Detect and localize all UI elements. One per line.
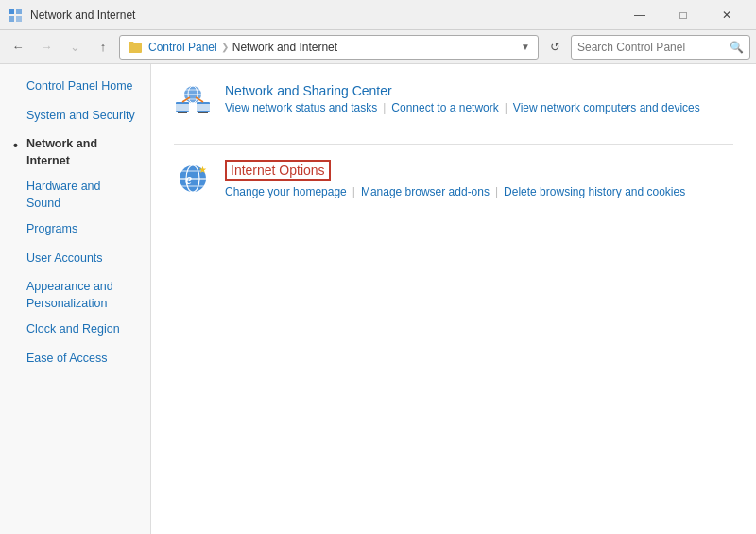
svg-text:e: e [185, 171, 192, 187]
nav-bar: ← → ⌄ ↑ Control Panel ❯ Network and Inte… [0, 30, 756, 64]
sidebar-item-programs[interactable]: Programs [0, 216, 150, 246]
sidebar-item-control-panel-home[interactable]: Control Panel Home [0, 74, 150, 103]
window-title: Network and Internet [30, 9, 135, 22]
svg-rect-9 [197, 104, 210, 111]
sidebar-item-hardware-sound[interactable]: Hardware and Sound [0, 174, 150, 216]
svg-rect-6 [176, 104, 189, 111]
sidebar-item-user-accounts[interactable]: User Accounts [0, 246, 150, 275]
title-bar-left: Network and Internet [8, 8, 135, 23]
search-icon: 🔍 [730, 41, 744, 54]
internet-options-section: e ★ Internet Options Change your homepag… [174, 160, 733, 198]
title-bar-controls: — □ ✕ [618, 0, 748, 30]
view-network-computers-link[interactable]: View network computers and devices [513, 101, 700, 114]
svg-rect-5 [178, 112, 187, 113]
internet-options-title[interactable]: Internet Options [225, 160, 331, 181]
breadcrumb-current: Network and Internet [232, 41, 337, 54]
ie-svg-icon: e ★ [176, 162, 210, 196]
close-button[interactable]: ✕ [705, 0, 748, 30]
delete-history-link[interactable]: Delete browsing history and cookies [504, 185, 685, 198]
section-divider [174, 144, 733, 145]
window-icon [8, 8, 23, 23]
internet-options-links: Change your homepage | Manage browser ad… [225, 185, 733, 198]
search-input[interactable] [577, 41, 726, 54]
breadcrumb-control-panel[interactable]: Control Panel [148, 41, 217, 54]
manage-addons-link[interactable]: Manage browser add-ons [361, 185, 490, 198]
breadcrumb-separator: ❯ [221, 42, 229, 52]
address-dropdown-arrow[interactable]: ▼ [521, 42, 530, 52]
internet-options-content: Internet Options Change your homepage | … [225, 160, 733, 198]
svg-rect-0 [9, 9, 14, 14]
minimize-button[interactable]: — [618, 0, 662, 30]
sidebar: Control Panel Home System and Security •… [0, 64, 151, 534]
sidebar-item-system-security[interactable]: System and Security [0, 103, 150, 132]
sidebar-item-ease-of-access[interactable]: Ease of Access [0, 346, 150, 375]
refresh-button[interactable]: ↺ [542, 35, 567, 60]
main-layout: Control Panel Home System and Security •… [0, 64, 756, 534]
folder-icon [128, 40, 143, 55]
sidebar-item-network-internet[interactable]: • Network and Internet [0, 131, 150, 174]
back-button[interactable]: ← [6, 35, 30, 60]
maximize-button[interactable]: □ [662, 0, 705, 30]
forward-button[interactable]: → [34, 35, 59, 60]
svg-rect-8 [198, 112, 208, 113]
address-bar: Control Panel ❯ Network and Internet ▼ [119, 35, 539, 60]
svg-rect-1 [16, 9, 22, 14]
recent-button[interactable]: ⌄ [62, 35, 87, 60]
search-box: 🔍 [571, 35, 750, 60]
svg-rect-3 [16, 16, 22, 22]
network-sharing-center-content: Network and Sharing Center View network … [225, 83, 733, 114]
nsc-svg-icon [174, 83, 212, 121]
content-area: Network and Sharing Center View network … [151, 64, 756, 534]
network-sharing-center-links: View network status and tasks | Connect … [225, 101, 733, 114]
internet-options-icon: e ★ [174, 160, 212, 198]
up-button[interactable]: ↑ [91, 35, 115, 60]
view-network-status-link[interactable]: View network status and tasks [225, 101, 377, 114]
network-sharing-center-icon [174, 83, 212, 121]
title-bar: Network and Internet — □ ✕ [0, 0, 756, 30]
sidebar-item-appearance[interactable]: Appearance and Personalization [0, 274, 150, 317]
network-sharing-center-title[interactable]: Network and Sharing Center [225, 83, 733, 98]
svg-text:★: ★ [198, 164, 207, 175]
breadcrumb: Control Panel ❯ Network and Internet [148, 41, 515, 54]
connect-to-network-link[interactable]: Connect to a network [391, 101, 498, 114]
network-sharing-center-section: Network and Sharing Center View network … [174, 83, 733, 121]
svg-rect-2 [9, 16, 14, 22]
change-homepage-link[interactable]: Change your homepage [225, 185, 347, 198]
sidebar-item-clock-region[interactable]: Clock and Region [0, 317, 150, 346]
